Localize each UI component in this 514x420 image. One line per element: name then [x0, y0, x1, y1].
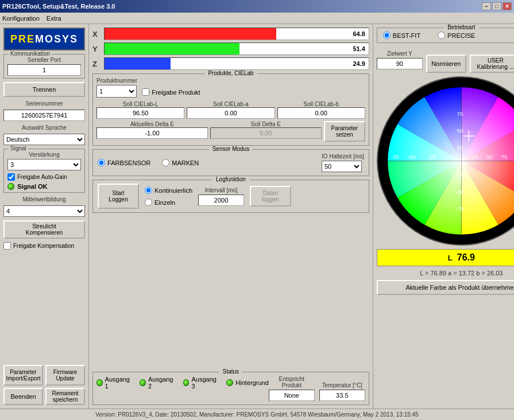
- l-char: L: [448, 254, 453, 262]
- sprache-label: Auswahl Sprache: [3, 125, 85, 131]
- bar-y-fill: [105, 43, 239, 55]
- menu-konfiguration[interactable]: Konfiguration: [2, 15, 40, 22]
- precise-label: PRECISE: [447, 32, 475, 39]
- maximize-button[interactable]: □: [492, 2, 501, 10]
- menu-extra[interactable]: Extra: [47, 15, 61, 22]
- mittelwert-section: Mittelwertbildung 4 1 2 8: [3, 196, 85, 217]
- io-haltezeit-select[interactable]: 50 100 200: [322, 161, 362, 172]
- start-loggen-button[interactable]: StartLoggen: [98, 184, 139, 209]
- log-options: Kontinuierlich Einzeln: [145, 186, 192, 206]
- bar-y-value: 51.4: [353, 45, 365, 52]
- freigabe-auto-gain-row[interactable]: Freigabe Auto-Gain: [7, 173, 81, 181]
- trennen-button[interactable]: Trennen: [3, 82, 85, 97]
- freigabe-komp-row[interactable]: Freigabe Kompensation: [3, 242, 85, 250]
- best-fit-row[interactable]: BEST-FIT: [383, 32, 420, 39]
- verstaerkung-select[interactable]: 3 1 2 4: [7, 159, 81, 170]
- delta-e-label: Aktuelles Delta E: [96, 121, 208, 127]
- freigabe-komp-label: Freigabe Kompensation: [13, 243, 74, 249]
- hintergrund-label: Hintergrund: [235, 379, 268, 386]
- title-bar: PR126CTool, Setup&Test, Release 3.0 − □ …: [0, 0, 514, 13]
- soll-a-input[interactable]: [187, 107, 275, 119]
- einzeln-row[interactable]: Einzeln: [145, 199, 192, 206]
- bar-section: X 64.8 Y 51.4 Z 24.9: [92, 28, 369, 70]
- remanent-button[interactable]: Remanentspeichern: [45, 388, 85, 405]
- marken-radio-row[interactable]: MARKEN: [162, 159, 199, 166]
- ausgang3-item: Ausgang 3: [183, 376, 217, 390]
- param-setzen-button[interactable]: Parametersetzen: [324, 121, 365, 142]
- l-display: L 76.9: [377, 249, 514, 266]
- best-fit-radio[interactable]: [383, 32, 391, 39]
- status-group: Status Ausgang 1 Ausgang 2 Ausgang 3: [92, 372, 369, 405]
- marken-radio[interactable]: [162, 159, 169, 166]
- freigabe-produkt-row[interactable]: Freigabe Produkt: [142, 88, 200, 96]
- zielwert-input[interactable]: [377, 58, 423, 69]
- signal-ok-label: Signal OK: [17, 183, 48, 190]
- temp-label: Temperatur [°C]: [319, 382, 365, 388]
- bar-x-value: 64.8: [353, 30, 365, 37]
- intervall-input[interactable]: [198, 195, 244, 206]
- status-group-label: Status: [219, 368, 242, 375]
- firmware-update-button[interactable]: FirmwareUpdate: [45, 365, 85, 386]
- left-panel: PREMOSYS Kommunikation Serieller Port Tr…: [0, 24, 89, 409]
- user-kalib-button[interactable]: USERKalibrierung ...: [470, 55, 514, 73]
- seriennummer-input[interactable]: [3, 110, 85, 121]
- mittelwert-label: Mittelwertbildung: [3, 196, 85, 203]
- color-wheel: -75 -50 -25 25 50 75 75 50 25 -25 -50 -7…: [377, 76, 514, 246]
- precise-radio[interactable]: [438, 32, 445, 39]
- temp-input: [319, 390, 365, 401]
- color-wheel-wrapper: -75 -50 -25 25 50 75 75 50 25 -25 -50 -7…: [377, 76, 514, 246]
- delta-e-input[interactable]: [96, 127, 208, 139]
- beenden-button[interactable]: Beenden: [3, 388, 43, 405]
- menu-bar: Konfiguration Extra: [0, 13, 514, 24]
- entspricht-label: Entspricht Produkt: [269, 376, 315, 388]
- svg-text:-25: -25: [455, 172, 464, 178]
- entspricht-input: [269, 390, 315, 401]
- kontinuierlich-row[interactable]: Kontinuierlich: [145, 186, 192, 194]
- freigabe-auto-gain-checkbox[interactable]: [7, 173, 15, 181]
- svg-text:-75: -75: [391, 154, 399, 160]
- einzeln-radio[interactable]: [145, 199, 152, 206]
- zielwert-row: Zielwert Y Normieren USERKalibrierung ..…: [377, 46, 514, 73]
- svg-text:50: 50: [486, 154, 493, 160]
- close-button[interactable]: ✕: [503, 2, 512, 10]
- farbsensor-radio-row[interactable]: FARBSENSOR: [98, 159, 150, 166]
- precise-row[interactable]: PRECISE: [438, 32, 475, 39]
- signal-group-label: Signal: [9, 145, 28, 151]
- kommunikation-label: Kommunikation: [9, 50, 52, 57]
- ausgang1-led: [96, 379, 103, 386]
- bar-z-container: 24.9: [104, 57, 369, 70]
- logo-box: PREMOSYS: [3, 28, 85, 50]
- aktuell-farbe-button[interactable]: Aktuelle Farbe als Produkt übernehmen: [377, 280, 514, 295]
- products-group-label: Produkte, CIELab: [204, 70, 257, 76]
- betriebsart-group: Betriebsart BEST-FIT PRECISE: [377, 28, 514, 43]
- produktnummer-label: Produktnummer: [96, 77, 137, 84]
- streulicht-button[interactable]: StreulichtKompensieren: [3, 220, 85, 239]
- freigabe-komp-checkbox[interactable]: [3, 242, 11, 250]
- produktnummer-select[interactable]: 1 2 3: [96, 85, 137, 98]
- minimize-button[interactable]: −: [482, 2, 491, 10]
- port-input[interactable]: [7, 64, 81, 76]
- signal-group: Signal Verstärkung 3 1 2 4 Freigabe Auto…: [3, 149, 85, 193]
- mittelwert-select[interactable]: 4 1 2 8: [3, 205, 85, 217]
- kontinuierlich-radio[interactable]: [145, 186, 152, 194]
- farbsensor-label: FARBSENSOR: [107, 160, 150, 166]
- ausgang1-label: Ausgang 1: [105, 376, 131, 390]
- products-group: Produkte, CIELab Produktnummer 1 2 3 Fre…: [92, 73, 369, 146]
- freigabe-auto-gain-label: Freigabe Auto-Gain: [17, 174, 67, 180]
- svg-text:25: 25: [472, 154, 478, 160]
- freigabe-produkt-checkbox[interactable]: [142, 88, 149, 96]
- normieren-button[interactable]: Normieren: [426, 55, 466, 73]
- sprache-select[interactable]: Deutsch English: [3, 134, 85, 145]
- kommunikation-group: Kommunikation Serieller Port: [3, 54, 85, 79]
- ausgang3-label: Ausgang 3: [191, 376, 217, 390]
- soll-delta-input: [210, 127, 322, 139]
- farbsensor-radio[interactable]: [98, 159, 105, 166]
- bar-y-container: 51.4: [104, 42, 369, 55]
- soll-b-input[interactable]: [277, 107, 365, 119]
- daten-loggen-button[interactable]: Datenloggen: [250, 186, 291, 207]
- soll-l-input[interactable]: [96, 107, 184, 119]
- bar-x-label: X: [92, 30, 101, 38]
- log-group: Logfunktion StartLoggen Kontinuierlich E…: [92, 180, 369, 213]
- best-fit-label: BEST-FIT: [393, 32, 420, 39]
- param-import-button[interactable]: ParameterImport/Export: [3, 365, 43, 386]
